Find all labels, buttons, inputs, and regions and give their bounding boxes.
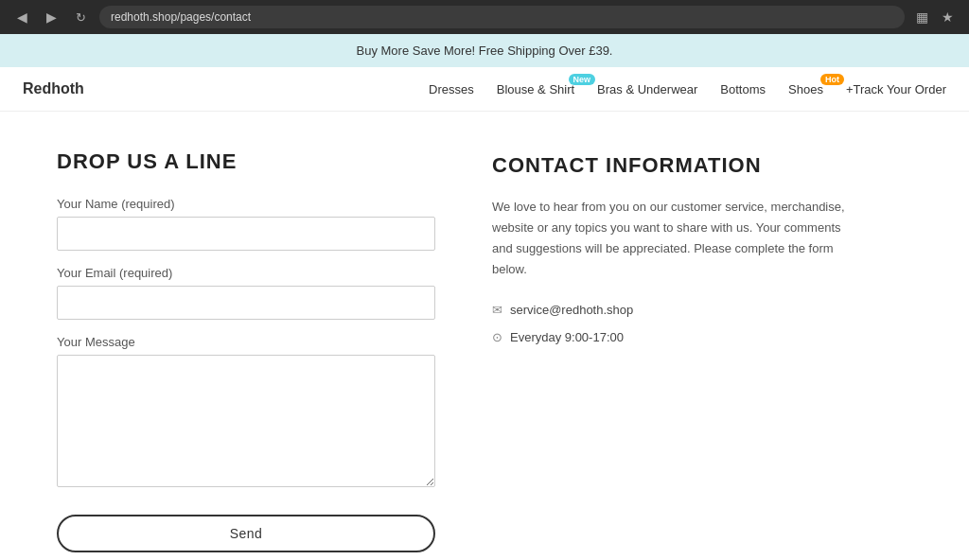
- nav-links: Dresses Blouse & Shirt New Bras & Underw…: [429, 81, 946, 96]
- email-input[interactable]: [57, 286, 435, 320]
- nav-item-track: +Track Your Order: [846, 81, 946, 96]
- nav-link-blouse[interactable]: Blouse & Shirt: [497, 82, 574, 96]
- message-field-group: Your Message: [57, 335, 435, 490]
- announcement-text: Buy More Save More! Free Shipping Over £…: [357, 44, 613, 58]
- badge-hot: Hot: [820, 74, 844, 85]
- logo[interactable]: Redhoth: [23, 80, 84, 97]
- forward-button[interactable]: ▶: [41, 6, 62, 28]
- email-icon: ✉: [492, 303, 502, 317]
- info-description: We love to hear from you on our customer…: [492, 197, 852, 280]
- nav-item-bottoms: Bottoms: [720, 81, 766, 96]
- nav-item-blouse: Blouse & Shirt New: [497, 81, 574, 96]
- browser-icon-group: ▦ ★: [912, 8, 958, 26]
- info-title: CONTACT INFORMATION: [492, 153, 912, 178]
- form-section: DROP US A LINE Your Name (required) Your…: [57, 149, 435, 552]
- browser-chrome: ◀ ▶ ↻ ▦ ★: [0, 0, 969, 34]
- address-bar[interactable]: [99, 6, 905, 28]
- nav-item-shoes: Shoes Hot: [788, 81, 823, 96]
- message-textarea[interactable]: [57, 355, 435, 487]
- nav-link-bottoms[interactable]: Bottoms: [720, 82, 766, 96]
- name-field-group: Your Name (required): [57, 197, 435, 251]
- email-field-group: Your Email (required): [57, 266, 435, 320]
- navigation: Redhoth Dresses Blouse & Shirt New Bras …: [0, 67, 969, 112]
- info-section: CONTACT INFORMATION We love to hear from…: [492, 149, 912, 552]
- nav-link-shoes[interactable]: Shoes: [788, 82, 823, 96]
- extensions-icon[interactable]: ▦: [912, 8, 932, 26]
- announcement-bar: Buy More Save More! Free Shipping Over £…: [0, 34, 969, 67]
- nav-item-dresses: Dresses: [429, 81, 474, 96]
- nav-item-bras: Bras & Underwear: [597, 81, 697, 96]
- form-title: DROP US A LINE: [57, 149, 435, 174]
- nav-link-bras[interactable]: Bras & Underwear: [597, 82, 697, 96]
- nav-link-dresses[interactable]: Dresses: [429, 82, 474, 96]
- email-address: service@redhoth.shop: [510, 303, 633, 317]
- hours-detail: ⊙ Everyday 9:00-17:00: [492, 330, 912, 344]
- message-label: Your Message: [57, 335, 435, 349]
- reload-button[interactable]: ↻: [70, 7, 92, 28]
- back-button[interactable]: ◀: [11, 6, 33, 28]
- track-order-link[interactable]: +Track Your Order: [846, 82, 946, 96]
- hours-text: Everyday 9:00-17:00: [510, 330, 624, 344]
- email-label: Your Email (required): [57, 266, 435, 280]
- clock-icon: ⊙: [492, 330, 502, 344]
- page-content: DROP US A LINE Your Name (required) Your…: [0, 112, 969, 560]
- badge-new: New: [569, 74, 596, 85]
- bookmark-icon[interactable]: ★: [938, 8, 958, 26]
- send-button[interactable]: Send: [57, 515, 435, 552]
- name-label: Your Name (required): [57, 197, 435, 211]
- name-input[interactable]: [57, 217, 435, 251]
- email-detail: ✉ service@redhoth.shop: [492, 303, 912, 317]
